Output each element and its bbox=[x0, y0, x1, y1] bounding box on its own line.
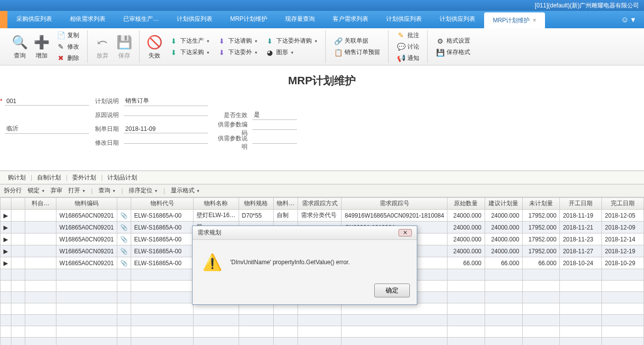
annotation-button[interactable]: ✎批注 bbox=[395, 30, 421, 41]
split-row-button[interactable]: 拆分行 bbox=[4, 186, 22, 195]
sd-desc-label: 供需参数说明 bbox=[213, 134, 252, 151]
paperclip-icon: 📎 bbox=[117, 233, 131, 245]
issue-req-button[interactable]: ⬇下达请购▾ bbox=[215, 36, 259, 46]
tab-8[interactable]: 计划供应列表 bbox=[431, 11, 484, 28]
reason-field[interactable] bbox=[124, 115, 208, 116]
tab-7[interactable]: 计划供应列表 bbox=[377, 11, 431, 28]
so-preview-button[interactable]: 📋销售订单预留 bbox=[332, 47, 382, 58]
tab-5[interactable]: 现存量查询 bbox=[276, 11, 324, 28]
subtab-3[interactable]: 计划品计划 bbox=[102, 172, 142, 184]
col-header[interactable]: 物料规格 bbox=[239, 198, 273, 210]
col-header[interactable]: 物料名称 bbox=[194, 198, 239, 210]
sd-desc-field[interactable] bbox=[252, 142, 297, 144]
dialog-close-button[interactable]: ✕ bbox=[398, 229, 412, 236]
pie-icon: ◕ bbox=[265, 49, 274, 57]
plan-desc-label: 计划说明 bbox=[94, 97, 124, 106]
table-row[interactable] bbox=[0, 315, 644, 326]
required-mark: * bbox=[0, 98, 5, 105]
tab-6[interactable]: 客户需求列表 bbox=[324, 11, 377, 28]
tab-1[interactable]: 相依需求列表 bbox=[61, 11, 114, 28]
table-row[interactable] bbox=[0, 338, 644, 345]
copy-button[interactable]: 📄复制 bbox=[54, 30, 81, 41]
note-icon: ✎ bbox=[396, 31, 405, 39]
format-settings-button[interactable]: ⚙格式设置 bbox=[434, 36, 472, 46]
page-title: MRP计划维护 bbox=[0, 65, 644, 93]
modify-button[interactable]: ✎修改 bbox=[54, 42, 81, 52]
col-header[interactable]: 原始数量 bbox=[447, 198, 485, 210]
mod-date-field[interactable] bbox=[124, 142, 208, 144]
ribbon-toolbar: 🔍查询 ➕增加 📄复制 ✎修改 ✖删除 ⤺放弃 💾保存 🚫失效 ⬇下达生产▾ ⬇… bbox=[0, 28, 644, 65]
plan-desc-field[interactable]: 销售订单 bbox=[124, 96, 208, 106]
smiley-icon[interactable]: ☺ ▾ bbox=[621, 15, 635, 24]
sd-code-field[interactable] bbox=[252, 128, 297, 130]
plan-code-field[interactable]: 001 bbox=[5, 97, 89, 106]
save-format-button[interactable]: 💾保存格式 bbox=[434, 47, 472, 58]
chevron-down-icon: ▾ bbox=[113, 188, 115, 193]
lock-button[interactable]: 锁定▾ bbox=[28, 186, 45, 195]
make-date-field[interactable]: 2018-11-09 bbox=[124, 125, 208, 133]
issue-prod-button[interactable]: ⬇下达生产▾ bbox=[167, 36, 211, 46]
related-docs-button[interactable]: 🔗关联单据 bbox=[332, 36, 382, 46]
tab-9[interactable]: MRP计划维护× bbox=[484, 12, 545, 28]
add-button[interactable]: ➕增加 bbox=[31, 33, 52, 61]
dialog-message: 'DInvUnitName' propertyInfo.GetValue() e… bbox=[230, 259, 350, 266]
col-header[interactable]: 物料代号 bbox=[131, 198, 194, 210]
col-header[interactable] bbox=[117, 198, 131, 210]
col-header[interactable]: 物料… bbox=[274, 198, 298, 210]
tab-0[interactable]: 采购供应列表 bbox=[7, 11, 61, 28]
copy-icon: 📄 bbox=[56, 31, 65, 39]
dialog-titlebar[interactable]: 需求规划 ✕ bbox=[193, 226, 417, 240]
chevron-down-icon: ▾ bbox=[255, 39, 257, 44]
grid-query-button[interactable]: 查询▾ bbox=[99, 186, 115, 195]
form-area: * 001 计划说明 销售订单 原因说明 是否生效 是 临沂 制单日期 2018… bbox=[0, 93, 644, 171]
subtab-2[interactable]: 委外计划 bbox=[67, 172, 101, 184]
chevron-down-icon: ▾ bbox=[291, 50, 294, 55]
col-header[interactable]: 完工日期 bbox=[602, 198, 644, 210]
query-button[interactable]: 🔍查询 bbox=[9, 33, 31, 61]
subtab-1[interactable]: 自制计划 bbox=[32, 172, 66, 184]
issue-outs-req-button[interactable]: ⬇下达委外请购▾ bbox=[263, 36, 319, 46]
sort-button[interactable]: 排序定位▾ bbox=[129, 186, 157, 195]
col-header[interactable]: 开工日期 bbox=[560, 198, 602, 210]
delete-button[interactable]: ✖删除 bbox=[54, 53, 81, 63]
delete-icon: ✖ bbox=[56, 54, 65, 62]
col-header[interactable] bbox=[11, 198, 25, 210]
source-field[interactable]: 临沂 bbox=[5, 124, 89, 134]
close-icon[interactable]: × bbox=[533, 17, 536, 24]
col-header[interactable]: 建议计划量 bbox=[485, 198, 522, 210]
issue-outs-button[interactable]: ⬇下达委外▾ bbox=[215, 47, 259, 58]
so-icon: 📋 bbox=[334, 49, 343, 57]
chart-button[interactable]: ◕图形▾ bbox=[263, 47, 319, 58]
subtab-0[interactable]: 购计划 bbox=[3, 172, 31, 184]
grid-toolbar: 拆分行 锁定▾ 弃审 打开▾ | 查询▾ | 排序定位▾ | 显示格式▾ bbox=[0, 184, 644, 197]
ribbon-trigger[interactable] bbox=[0, 11, 7, 28]
chevron-down-icon: ▾ bbox=[315, 39, 317, 44]
table-row[interactable]: ▶W16865A0CN09201📎ELW-S16865A-00壁灯ELW-16…… bbox=[0, 210, 644, 222]
effective-field: 是 bbox=[252, 110, 297, 120]
invalidate-button[interactable]: 🚫失效 bbox=[144, 33, 165, 61]
cancel-audit-button[interactable]: 弃审 bbox=[50, 186, 62, 195]
col-header[interactable]: 料自… bbox=[25, 198, 56, 210]
issue-purch-button[interactable]: ⬇下达采购▾ bbox=[167, 47, 211, 58]
tab-2[interactable]: 已审核生产… bbox=[114, 11, 168, 28]
edit-icon: ✎ bbox=[56, 43, 65, 51]
titlebar-text: [011](default)(新)广州雕耀电器有限公司 bbox=[535, 2, 639, 9]
discuss-button[interactable]: 💬讨论 bbox=[395, 42, 421, 52]
col-header[interactable]: 需求跟踪方式 bbox=[298, 198, 342, 210]
tab-3[interactable]: 计划供应列表 bbox=[168, 11, 221, 28]
dialog-ok-button[interactable]: 确定 bbox=[374, 284, 410, 297]
open-button[interactable]: 打开▾ bbox=[68, 186, 85, 195]
bell-icon: 📢 bbox=[396, 54, 405, 62]
table-row[interactable] bbox=[0, 326, 644, 338]
save-button[interactable]: 💾保存 bbox=[113, 33, 135, 61]
display-format-button[interactable]: 显示格式▾ bbox=[171, 186, 199, 195]
abandon-button[interactable]: ⤺放弃 bbox=[92, 33, 113, 61]
chevron-down-icon: ▾ bbox=[207, 50, 209, 55]
make-date-label: 制单日期 bbox=[94, 125, 124, 133]
notify-button[interactable]: 📢通知 bbox=[395, 53, 421, 63]
col-header[interactable]: 需求跟踪号 bbox=[342, 198, 447, 210]
col-header[interactable]: 未计划量 bbox=[522, 198, 559, 210]
col-header[interactable]: 物料编码 bbox=[56, 198, 117, 210]
tab-4[interactable]: MRP计划维护 bbox=[221, 11, 276, 28]
sub-tabs: 购计划|自制计划|委外计划|计划品计划 bbox=[0, 171, 644, 184]
